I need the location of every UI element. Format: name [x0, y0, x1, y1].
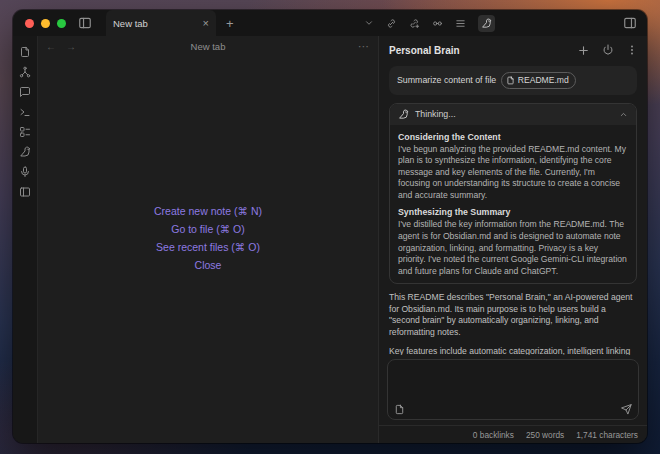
power-button[interactable] — [600, 43, 615, 58]
ribbon — [13, 36, 38, 443]
checklist-icon[interactable] — [19, 125, 32, 138]
sidebar-tab-icons — [364, 15, 495, 32]
go-to-file-link[interactable]: Go to file (⌘ O) — [38, 220, 378, 238]
word-count: 250 words — [526, 430, 564, 440]
tab-close-icon[interactable]: × — [203, 18, 209, 29]
tab-new-tab[interactable]: New tab × — [106, 10, 216, 36]
response-paragraph: Key features include automatic categoriz… — [389, 346, 637, 355]
forward-button[interactable]: → — [66, 41, 76, 52]
kebab-menu-button[interactable] — [624, 43, 639, 58]
chat-composer — [387, 359, 639, 420]
create-new-note-link[interactable]: Create new note (⌘ N) — [38, 202, 378, 220]
zoom-window-button[interactable] — [57, 19, 66, 28]
quick-switcher-icon[interactable] — [19, 45, 32, 58]
send-button[interactable] — [621, 404, 632, 415]
thinking-section-body: I've distilled the key information from … — [398, 219, 628, 277]
empty-state: Create new note (⌘ N) Go to file (⌘ O) S… — [38, 56, 378, 274]
minimize-window-button[interactable] — [41, 19, 50, 28]
response-paragraph: This README describes "Personal Brain," … — [389, 292, 637, 338]
file-chip[interactable]: README.md — [501, 72, 576, 89]
file-chip-label: README.md — [518, 74, 569, 87]
terminal-icon[interactable] — [19, 105, 32, 118]
microphone-icon[interactable] — [19, 165, 32, 178]
new-tab-button[interactable]: + — [226, 17, 234, 30]
see-recent-files-link[interactable]: See recent files (⌘ O) — [38, 238, 378, 256]
link-plus-icon[interactable] — [409, 18, 420, 29]
app-window: New tab × + — [13, 10, 647, 443]
thinking-content: Considering the Content I've begun analy… — [390, 125, 636, 283]
desktop-wallpaper: { "titlebar": { "tab_title": "New tab" }… — [0, 0, 660, 454]
thinking-block: Thinking... Considering the Content I've… — [389, 103, 637, 284]
thinking-section-heading: Synthesizing the Summary — [398, 207, 628, 217]
character-count: 1,741 characters — [576, 430, 638, 440]
thinking-header[interactable]: Thinking... — [390, 104, 636, 125]
chevron-down-icon[interactable] — [364, 18, 374, 28]
new-chat-button[interactable] — [576, 43, 591, 58]
chevron-up-icon — [619, 110, 628, 119]
close-link[interactable]: Close — [38, 256, 378, 274]
comments-icon[interactable] — [19, 85, 32, 98]
outline-list-icon[interactable] — [455, 18, 466, 29]
thinking-section-heading: Considering the Content — [398, 132, 628, 142]
close-window-button[interactable] — [25, 19, 34, 28]
user-message-text: Summarize content of file — [397, 75, 496, 85]
user-message: Summarize content of file README.md — [389, 66, 637, 95]
editor-view-header: ← → New tab ⋯ — [38, 36, 378, 56]
graph-view-icon[interactable] — [19, 65, 32, 78]
personal-brain-panel: Personal Brain Summarize content of file — [378, 36, 647, 443]
personal-brain-icon — [398, 109, 409, 120]
outgoing-links-icon[interactable] — [432, 18, 443, 29]
assistant-response: This README describes "Personal Brain," … — [389, 292, 637, 355]
traffic-lights — [25, 19, 66, 28]
editor-view-title: New tab — [38, 41, 378, 52]
personal-brain-icon[interactable] — [19, 145, 32, 158]
chat-history: Summarize content of file README.md Thin… — [379, 62, 647, 355]
panel-header: Personal Brain — [379, 36, 647, 62]
link-icon[interactable] — [386, 18, 397, 29]
back-button[interactable]: ← — [46, 41, 56, 52]
panel-title: Personal Brain — [389, 45, 460, 56]
right-sidebar-toggle-icon[interactable] — [623, 16, 637, 30]
thinking-section-body: I've begun analyzing the provided README… — [398, 144, 628, 202]
titlebar: New tab × + — [13, 10, 647, 36]
more-options-button[interactable]: ⋯ — [358, 40, 370, 53]
status-bar: 0 backlinks 250 words 1,741 characters — [379, 425, 647, 443]
thinking-label: Thinking... — [415, 109, 456, 119]
editor-pane: ← → New tab ⋯ Create new note (⌘ N) Go t… — [38, 36, 378, 443]
tab-title: New tab — [113, 18, 199, 29]
layout-icon[interactable] — [19, 185, 32, 198]
chat-input[interactable] — [394, 365, 632, 404]
backlinks-count: 0 backlinks — [473, 430, 514, 440]
attach-file-button[interactable] — [394, 404, 405, 415]
personal-brain-tab-icon[interactable] — [478, 15, 495, 32]
left-sidebar-toggle-icon[interactable] — [78, 16, 92, 30]
